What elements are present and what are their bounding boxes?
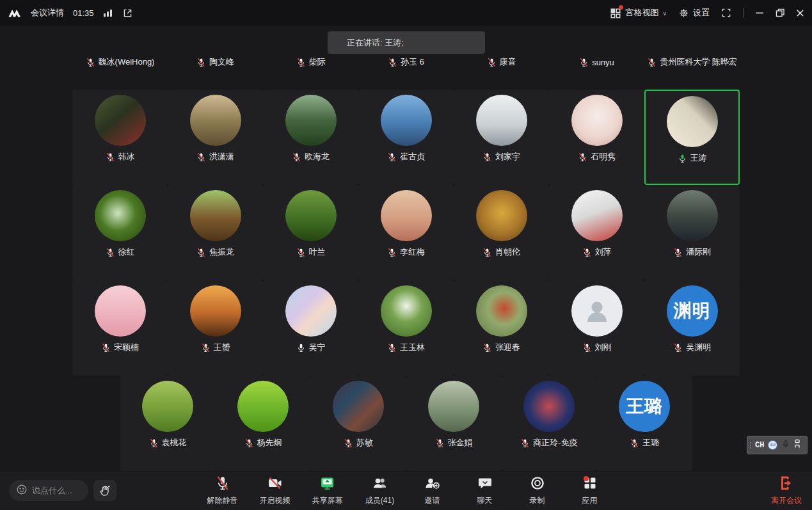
mic-muted-icon (106, 248, 115, 257)
ime-drag-handle[interactable] (750, 442, 751, 449)
participant-avatar (571, 190, 623, 241)
mic-speaking-icon (678, 154, 687, 163)
participant-name-row: 焦振龙 (196, 246, 234, 259)
participant-tile[interactable]: 刘刚 (549, 280, 644, 376)
participant-tile[interactable]: 柴际 (263, 55, 358, 69)
mic-options-caret-icon[interactable]: ⌃ (224, 485, 229, 491)
participant-tile[interactable]: 贵州医科大学 陈晔宏 (644, 55, 740, 69)
emoji-smiley-icon[interactable] (16, 484, 28, 498)
participant-avatar (285, 190, 337, 241)
chevron-down-icon: ∨ (662, 10, 667, 17)
members-label: 成员(41) (365, 495, 394, 506)
mic-muted-icon (86, 58, 95, 67)
participant-tile[interactable]: 王玉林 (358, 280, 454, 376)
participant-name-row: 吴渊明 (673, 341, 711, 354)
chat-input[interactable]: 说点什么... (9, 480, 88, 501)
participant-tile[interactable]: 杨先炯 (216, 376, 311, 471)
ime-tools-icon[interactable] (794, 439, 800, 451)
participant-tile[interactable]: 刘家宇 (454, 90, 549, 185)
participant-tile[interactable]: 袁桃花 (120, 376, 216, 471)
members-button[interactable]: 成员(41) (360, 475, 400, 506)
chat-input-placeholder: 说点什么... (32, 485, 72, 497)
participant-tile[interactable]: 欧海龙 (263, 90, 358, 185)
mic-muted-icon (101, 343, 111, 353)
mic-muted-icon (435, 438, 445, 448)
apps-button[interactable]: 应用 (570, 475, 610, 506)
view-mode-label: 宫格视图 (625, 7, 658, 19)
fullscreen-icon[interactable] (721, 8, 731, 18)
ime-voice-icon[interactable] (781, 439, 790, 452)
participant-tile[interactable]: 王璐王璐 (597, 376, 692, 471)
gear-icon (678, 8, 689, 19)
video-options-caret-icon[interactable]: ⌃ (276, 485, 282, 491)
participant-tile[interactable]: 王赟 (168, 280, 263, 376)
participant-name: 刘萍 (595, 246, 612, 258)
participant-tile[interactable]: 张金娟 (406, 376, 502, 471)
participant-tile[interactable]: 商正玲-免疫 (502, 376, 597, 471)
participant-tile[interactable]: 渊明吴渊明 (644, 280, 740, 376)
participant-name: 王涛 (690, 152, 707, 164)
participant-tile[interactable]: 洪潇潇 (168, 90, 263, 185)
participant-avatar: 王璐 (619, 381, 670, 432)
share-screen-button[interactable]: ⌃ 共享屏幕 (308, 475, 347, 506)
ifly-logo-icon[interactable]: iFLY (768, 440, 777, 450)
participant-avatar (381, 285, 432, 337)
mic-muted-icon (387, 248, 397, 257)
close-button[interactable] (796, 9, 804, 17)
participant-name-row: 刘家宇 (482, 150, 520, 163)
participant-tile[interactable]: 王涛 (644, 90, 740, 185)
participant-name: 叶兰 (309, 246, 326, 258)
unmute-button[interactable]: ⌃ 解除静音 (203, 475, 243, 506)
participant-avatar (476, 95, 527, 146)
participant-name-row: 韩冰 (106, 150, 135, 163)
participant-tile[interactable]: 孙玉 6 (358, 55, 454, 69)
participant-name: 王璐 (642, 437, 659, 449)
minimize-button[interactable] (755, 8, 764, 17)
participant-tile[interactable]: 康音 (454, 55, 549, 69)
chat-button[interactable]: 聊天 (465, 475, 505, 506)
ime-toolbar[interactable]: CH iFLY (747, 436, 808, 454)
participant-tile[interactable]: 张迎春 (454, 280, 549, 376)
participant-avatar (667, 190, 718, 241)
start-video-button[interactable]: ⌃ 开启视频 (255, 475, 295, 506)
participant-tile[interactable]: 崔古贞 (358, 90, 454, 185)
ime-language-indicator[interactable]: CH (755, 441, 764, 450)
participant-tile[interactable]: 李红梅 (358, 185, 454, 280)
participant-name-row: 杨先炯 (244, 436, 282, 449)
invite-button[interactable]: 邀请 (413, 475, 452, 506)
participant-tile[interactable]: sunyu (549, 55, 644, 69)
share-options-caret-icon[interactable]: ⌃ (329, 485, 334, 491)
apps-badge (584, 476, 589, 481)
participant-tile[interactable]: 魏冰(WeiHong) (72, 55, 168, 69)
participant-avatar (190, 95, 241, 146)
participant-tile[interactable]: 徐红 (72, 185, 168, 280)
participant-tile[interactable]: 潘际刚 (644, 185, 740, 280)
view-mode-selector[interactable]: 宫格视图 ∨ (610, 7, 667, 19)
participant-name-row: 石明隽 (578, 150, 616, 163)
participant-tile[interactable]: 陶文峰 (168, 55, 263, 69)
participant-tile[interactable]: 肖朝伦 (454, 185, 549, 280)
detach-window-icon[interactable] (122, 8, 133, 19)
participant-tile[interactable]: 刘萍 (549, 185, 644, 280)
restore-window-button[interactable] (776, 8, 784, 17)
participant-name: 宋颖楠 (114, 342, 139, 353)
participant-tile[interactable]: 吴宁 (263, 280, 358, 376)
settings-button[interactable]: 设置 (678, 7, 710, 19)
mic-muted-icon (520, 438, 530, 448)
participant-name: sunyu (592, 58, 614, 67)
participant-name-row: 崔古贞 (387, 150, 425, 163)
raise-hand-button[interactable] (93, 480, 116, 501)
apps-label: 应用 (582, 495, 598, 506)
participant-tile[interactable]: 叶兰 (263, 185, 358, 280)
participant-tile[interactable]: 焦振龙 (168, 185, 263, 280)
participant-tile[interactable]: 石明隽 (549, 90, 644, 185)
leave-meeting-button[interactable]: 离开会议 (771, 475, 802, 506)
record-label: 录制 (530, 495, 545, 506)
participants-row: 徐红焦振龙叶兰李红梅肖朝伦刘萍潘际刚 (0, 185, 812, 280)
participant-tile[interactable]: 宋颖楠 (72, 280, 168, 376)
participant-tile[interactable]: 韩冰 (72, 90, 168, 185)
mic-muted-icon (482, 248, 492, 257)
meeting-details-button[interactable]: 会议详情 (31, 7, 64, 19)
record-button[interactable]: 录制 (518, 475, 557, 506)
participant-tile[interactable]: 苏敏 (311, 376, 406, 471)
